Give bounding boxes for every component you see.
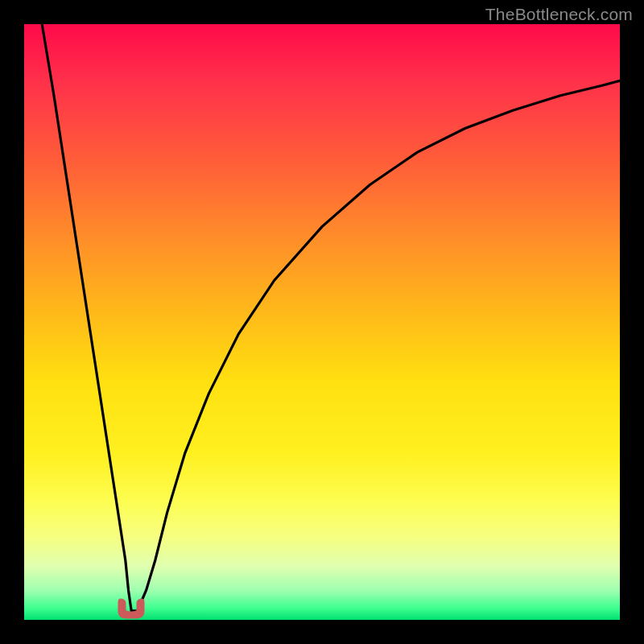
plot-area (24, 24, 620, 620)
chart-frame: TheBottleneck.com (0, 0, 644, 644)
optimal-marker-icon (115, 597, 147, 620)
watermark-text: TheBottleneck.com (485, 5, 633, 24)
bottleneck-curve (24, 24, 620, 620)
